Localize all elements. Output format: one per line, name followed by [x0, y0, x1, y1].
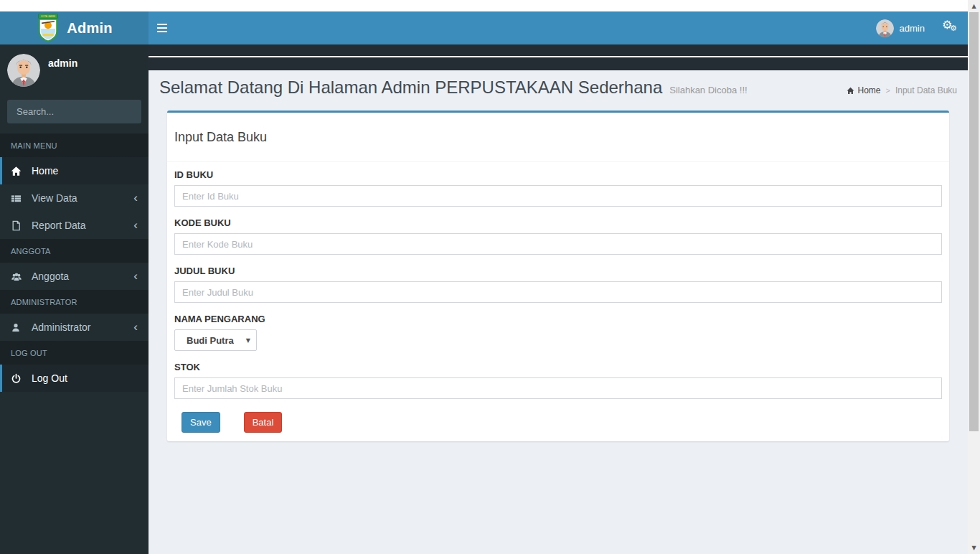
menu-icon-bar — [157, 27, 167, 29]
sidebar-item-label: View Data — [32, 192, 77, 204]
menu-icon-bar — [157, 31, 167, 32]
sidebar-toggle-button[interactable] — [156, 11, 182, 44]
content-area: Selamat Datang Di Halaman Admin PERPUSTA… — [149, 70, 968, 554]
form-buttons: Save Batal — [174, 412, 942, 433]
chevron-left-icon: ‹ — [133, 321, 138, 333]
home-icon — [847, 87, 854, 95]
field-group-nama-pengarang: NAMA PENGARANG Budi Putra ▼ — [174, 314, 942, 351]
sidebar-item-view-data[interactable]: View Data ‹ — [0, 184, 149, 212]
divider-line — [149, 56, 968, 57]
chevron-left-icon: ‹ — [133, 270, 138, 282]
sidebar-search — [7, 100, 141, 123]
stok-label: STOK — [174, 362, 942, 372]
home-icon — [11, 166, 27, 177]
field-group-judul-buku: JUDUL BUKU — [174, 266, 942, 303]
sidebar-item-label: Report Data — [32, 220, 85, 231]
user-avatar-icon — [876, 19, 894, 37]
menu-icon — [157, 24, 167, 25]
navbar-right: admin ⚙ ⚙ — [872, 11, 961, 44]
sidebar-item-label: Home — [32, 165, 58, 177]
sidebar-menu: MAIN MENU Home View Data — [0, 133, 149, 392]
sidebar-item-report-data[interactable]: Report Data ‹ — [0, 212, 149, 239]
brand-logo-link[interactable]: KOTA JAMBI Admin — [0, 11, 149, 44]
save-button[interactable]: Save — [182, 412, 220, 433]
menu-header-main: MAIN MENU — [0, 133, 149, 157]
judul-buku-label: JUDUL BUKU — [174, 266, 942, 276]
page-subtitle: Silahkan Dicoba !!! — [669, 85, 747, 95]
breadcrumb-separator: > — [886, 86, 890, 95]
scrollbar-thumb[interactable] — [969, 12, 979, 431]
logo-banner-text: KOTA JAMBI — [41, 15, 55, 18]
menu-header-administrator: ADMINISTRATOR — [0, 290, 149, 314]
page-title: Selamat Datang Di Halaman Admin PERPUSTA… — [159, 78, 662, 97]
id-buku-input[interactable] — [174, 185, 942, 207]
users-icon — [11, 271, 27, 282]
batal-button[interactable]: Batal — [244, 412, 283, 433]
scrollbar[interactable]: ▲ ▼ — [968, 0, 980, 554]
kode-buku-input[interactable] — [174, 233, 942, 255]
form-box-body: ID BUKU KODE BUKU JUDUL BUKU NAMA PENGAR… — [167, 162, 949, 441]
crest-logo-icon: KOTA JAMBI — [36, 14, 60, 42]
navbar-main: admin ⚙ ⚙ — [149, 11, 968, 44]
sidebar-user-panel: admin — [0, 44, 149, 94]
app-screen: KOTA JAMBI Admin — [0, 0, 980, 554]
kode-buku-label: KODE BUKU — [174, 217, 942, 228]
file-icon — [11, 220, 27, 231]
navbar: KOTA JAMBI Admin — [0, 11, 968, 44]
brand-title: Admin — [67, 20, 113, 37]
sidebar-item-home[interactable]: Home — [0, 157, 149, 184]
chevron-left-icon: ‹ — [133, 219, 138, 231]
breadcrumb-home-label: Home — [857, 85, 880, 95]
judul-buku-input[interactable] — [174, 281, 942, 303]
scrollbar-up-arrow[interactable]: ▲ — [968, 0, 980, 12]
form-box-title: Input Data Buku — [174, 130, 267, 144]
settings-button[interactable]: ⚙ ⚙ — [942, 11, 961, 44]
gear-small-icon: ⚙ — [950, 24, 957, 33]
content-header: Selamat Datang Di Halaman Admin PERPUSTA… — [159, 78, 957, 105]
power-icon — [11, 373, 27, 384]
form-box: Input Data Buku ID BUKU KODE BUKU JUDUL … — [167, 111, 949, 441]
sidebar-search-input[interactable] — [7, 100, 141, 123]
navbar-username: admin — [900, 23, 925, 34]
sidebar-item-label: Anggota — [32, 271, 69, 282]
nama-pengarang-label: NAMA PENGARANG — [174, 314, 942, 324]
sidebar-username: admin — [48, 57, 77, 87]
sidebar-item-anggota[interactable]: Anggota ‹ — [0, 263, 149, 290]
menu-header-anggota: ANGGOTA — [0, 239, 149, 263]
sidebar-item-label: Log Out — [32, 372, 67, 384]
sidebar-item-label: Administrator — [32, 321, 90, 333]
id-buku-label: ID BUKU — [174, 169, 942, 180]
user-avatar-icon — [7, 54, 40, 87]
navbar-user-menu[interactable]: admin — [872, 11, 929, 44]
breadcrumb-home-link[interactable]: Home — [847, 85, 880, 95]
field-group-stok: STOK — [174, 362, 942, 399]
scrollbar-down-arrow[interactable]: ▼ — [968, 542, 980, 554]
field-group-id-buku: ID BUKU — [174, 169, 942, 207]
sidebar-item-logout[interactable]: Log Out — [0, 365, 149, 392]
stok-input[interactable] — [174, 377, 942, 399]
top-white-strip — [0, 0, 968, 11]
nama-pengarang-select[interactable]: Budi Putra — [174, 329, 257, 351]
user-icon — [11, 322, 27, 333]
chevron-left-icon: ‹ — [133, 192, 138, 204]
form-box-header: Input Data Buku — [167, 113, 949, 162]
table-icon — [11, 193, 27, 204]
breadcrumb-current: Input Data Buku — [895, 85, 957, 95]
field-group-kode-buku: KODE BUKU — [174, 217, 942, 255]
header-dark-strip — [149, 44, 968, 70]
sidebar-item-administrator[interactable]: Administrator ‹ — [0, 314, 149, 341]
breadcrumb: Home > Input Data Buku — [847, 85, 957, 95]
sidebar: admin MAIN MENU — [0, 44, 149, 554]
author-select-wrap: Budi Putra ▼ — [174, 329, 257, 351]
menu-header-logout: LOG OUT — [0, 341, 149, 365]
